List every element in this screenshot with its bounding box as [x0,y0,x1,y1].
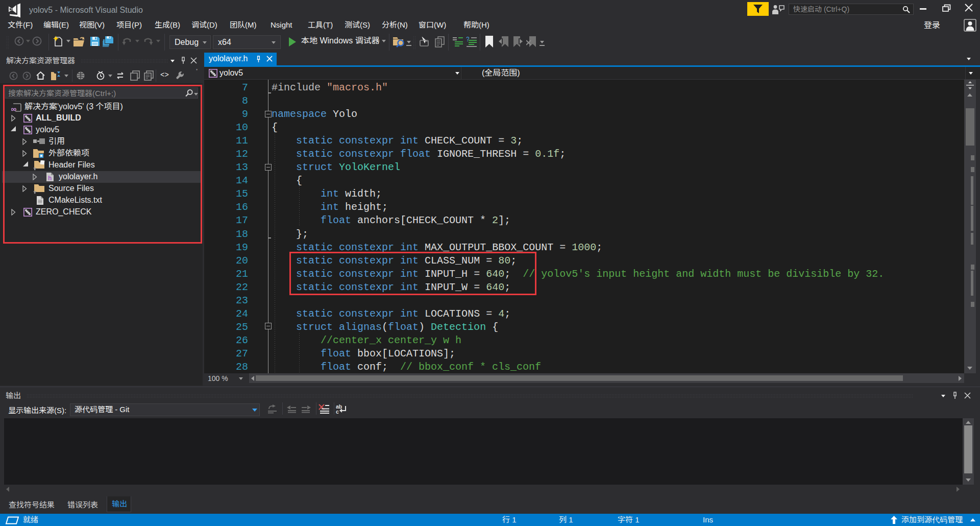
svg-text:c: c [336,409,339,415]
